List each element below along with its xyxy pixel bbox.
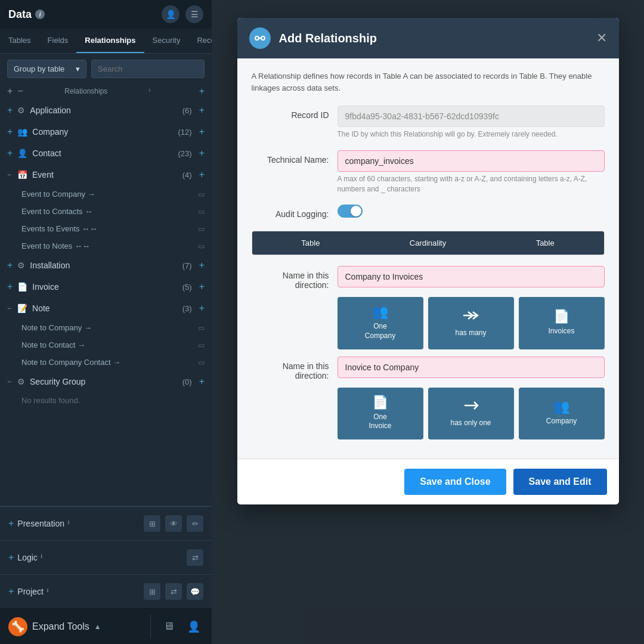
add-application-button[interactable]: + [199,105,205,116]
nav-item-relationships[interactable]: Relationships [76,29,144,53]
expand-presentation-icon[interactable]: + [8,518,14,529]
group-item-installation[interactable]: + ⚙ Installation (7) + [0,255,212,276]
invoice-icon: 📄 [17,282,27,292]
dir2-card-3[interactable]: 👥 Company [519,388,605,439]
group-item-invoice[interactable]: + 📄 Invoice (5) + [0,276,212,298]
toolbar-add-button[interactable]: + [199,86,205,96]
header-icon-menu[interactable]: ☰ [185,5,203,23]
sub-item-event-notes[interactable]: Event to Notes ↔↔ ▭ [0,237,212,255]
modal-title: Add Relationship [279,32,588,45]
expand-application-icon[interactable]: + [7,105,13,116]
presentation-icon2[interactable]: 👁 [165,515,182,532]
save-edit-button[interactable]: Save and Edit [513,469,607,495]
presentation-icon3[interactable]: ✏ [187,515,203,532]
add-security-group-button[interactable]: + [199,376,205,387]
add-company-button[interactable]: + [199,126,205,137]
presentation-icon1[interactable]: ⊞ [144,515,160,532]
toolbar-info-icon[interactable]: i [149,87,157,95]
group-item-note[interactable]: − 📝 Note (3) + [0,298,212,319]
expand-installation-icon[interactable]: + [7,260,13,271]
group-item-contact[interactable]: + 👤 Contact (23) + [0,143,212,164]
nav-item-tables[interactable]: Tables [0,29,39,53]
presentation-panel[interactable]: + Presentation i ⊞ 👁 ✏ [0,506,212,540]
add-contact-button[interactable]: + [199,148,205,159]
sub-item-event-contacts[interactable]: Event to Contacts ↔ ▭ [0,203,212,220]
add-event-button[interactable]: + [199,169,205,180]
nav-item-fields[interactable]: Fields [39,29,77,53]
group-by-select[interactable]: Group by table ▾ [7,60,86,78]
logic-info-icon[interactable]: i [41,553,49,562]
monitor-icon[interactable]: 🖥 [159,617,178,636]
record-id-input[interactable] [338,106,605,127]
remove-item-button[interactable]: − [17,86,23,96]
sub-item-events-events[interactable]: Events to Events ↔↔ ▭ [0,220,212,237]
direction1-cards-row: 👥 OneCompany has many [252,297,605,349]
direction1-input[interactable] [338,266,605,287]
project-icon2[interactable]: ⇄ [165,583,182,600]
dir1-card-1[interactable]: 👥 OneCompany [338,297,423,349]
audit-logging-toggle[interactable] [338,205,363,218]
sub-item-note-company-contact[interactable]: Note to Company Contact → ▭ [0,354,212,371]
has-many-icon [462,308,480,325]
app-logo: 🦴 [8,617,27,636]
modal-close-button[interactable]: ✕ [596,32,607,45]
save-close-button[interactable]: Save and Close [404,469,506,495]
header-icon-user[interactable]: 👤 [162,5,179,23]
logic-icon1[interactable]: ⇄ [187,549,203,566]
technical-name-label: Technical Name: [252,150,329,165]
expand-logic-icon[interactable]: + [8,552,14,563]
expand-contact-icon[interactable]: + [7,148,13,159]
user-avatar-icon[interactable]: 👤 [184,617,203,636]
dir2-card-2-label: has only one [450,419,491,428]
project-info-icon[interactable]: i [47,587,55,596]
cardinality-col-3: Table [487,231,604,255]
project-panel[interactable]: + Project i ⊞ ⇄ 💬 [0,574,212,608]
sub-item-event-company[interactable]: Event to Company → ▭ [0,185,212,203]
technical-name-input[interactable] [338,150,605,172]
group-item-event[interactable]: − 📅 Event (4) + [0,164,212,185]
group-item-company[interactable]: + 👥 Company (12) + [0,121,212,143]
sub-item-note-company[interactable]: Note to Company → ▭ [0,319,212,336]
add-invoice-button[interactable]: + [199,281,205,292]
invoices-card-icon: 📄 [553,310,569,323]
presentation-label: Presentation [17,519,64,528]
add-installation-button[interactable]: + [199,260,205,271]
data-info-icon[interactable]: i [35,10,45,19]
add-item-button[interactable]: + [7,86,13,96]
cardinality-header: Table Cardinality Table [252,231,604,255]
sidebar-header: Data i 👤 ☰ [0,0,212,29]
dir2-card-1[interactable]: 📄 OneInvoice [338,388,423,439]
presentation-info-icon[interactable]: i [68,519,76,528]
search-input[interactable] [91,60,205,78]
expand-company-icon[interactable]: + [7,126,13,137]
group-by-label: Group by table [14,64,64,73]
dir2-card-2[interactable]: has only one [428,388,514,439]
project-icon3[interactable]: 💬 [187,583,203,600]
group-item-application[interactable]: + ⚙ Application (6) + [0,100,212,121]
collapse-note-icon[interactable]: − [7,304,11,312]
dir1-card-2[interactable]: has many [428,297,514,349]
project-icon1[interactable]: ⊞ [144,583,160,600]
has-only-one-icon [462,398,480,415]
logic-panel[interactable]: + Logic i ⇄ [0,540,212,574]
audit-logging-label: Audit Logging: [252,205,329,219]
collapse-event-icon[interactable]: − [7,171,11,179]
dir1-card-3[interactable]: 📄 Invoices [519,297,605,349]
expand-project-icon[interactable]: + [8,586,14,597]
group-item-security-group[interactable]: − ⚙ Security Group (0) + [0,371,212,392]
direction2-input[interactable] [338,357,605,378]
collapse-security-icon[interactable]: − [7,377,11,386]
add-note-button[interactable]: + [199,303,205,314]
cardinality-table: Table Cardinality Table [252,231,605,255]
modal-overlay: Add Relationship ✕ A Relationship define… [212,0,644,644]
sidebar-controls: Group by table ▾ [0,54,212,84]
add-relationship-modal: Add Relationship ✕ A Relationship define… [237,18,619,504]
dir2-card-3-label: Company [546,417,577,426]
expand-invoice-icon[interactable]: + [7,281,13,292]
direction1-cards: 👥 OneCompany has many [338,297,605,349]
sub-item-note-contact[interactable]: Note to Contact → ▭ [0,336,212,354]
dir1-card-3-label: Invoices [548,327,574,336]
dir1-card-1-label: OneCompany [365,322,395,340]
nav-item-security[interactable]: Security [144,29,189,53]
event-icon: 📅 [17,170,27,179]
